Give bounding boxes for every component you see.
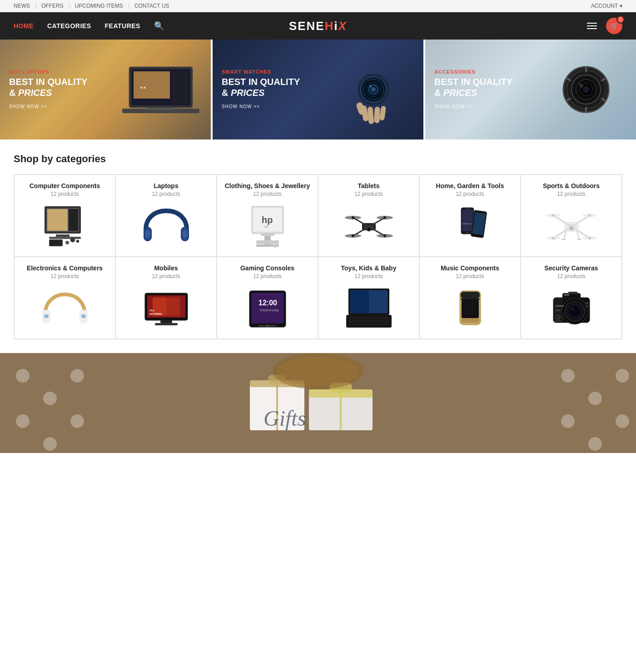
svg-point-81 xyxy=(467,232,468,234)
svg-line-101 xyxy=(564,231,566,239)
svg-point-145 xyxy=(467,302,467,303)
category-computer-components[interactable]: Computer Components 12 products xyxy=(14,174,115,257)
svg-rect-172 xyxy=(568,292,577,294)
hero-image-watches xyxy=(328,53,419,126)
svg-rect-138 xyxy=(348,324,389,325)
svg-rect-38 xyxy=(69,209,78,231)
svg-point-162 xyxy=(472,310,473,311)
nav-offers[interactable]: OFFERS xyxy=(36,3,70,9)
svg-rect-6 xyxy=(147,108,174,110)
category-count: 12 products xyxy=(253,273,282,279)
category-security[interactable]: Security Cameras 12 products xyxy=(521,257,622,339)
category-electronics[interactable]: Electronics & Computers 12 products xyxy=(14,257,115,339)
hero-image-laptops: ■ ■ xyxy=(115,53,206,126)
category-image xyxy=(342,284,396,334)
svg-rect-18 xyxy=(374,107,380,123)
category-clothing[interactable]: Clothing, Shoes & Jewellery 12 products … xyxy=(217,174,318,257)
svg-line-88 xyxy=(571,215,590,227)
nav-contact[interactable]: CONTACT US xyxy=(129,3,175,9)
svg-point-197 xyxy=(561,414,575,428)
nav-news[interactable]: NEWS xyxy=(14,3,36,9)
svg-text:Wednesday: Wednesday xyxy=(260,308,279,312)
nav-upcoming[interactable]: UPCOMING ITEMS xyxy=(70,3,129,9)
section-title: Shop by categories xyxy=(14,153,622,165)
svg-point-149 xyxy=(464,305,465,306)
category-count: 12 products xyxy=(50,273,79,279)
category-gaming[interactable]: Gaming Consoles 12 products 12:00 Wednes… xyxy=(217,257,318,339)
svg-point-75 xyxy=(383,234,386,237)
hero-banner-laptops[interactable]: BUY LAPTOPS BEST IN QUALITY& prices SHOW… xyxy=(0,40,213,139)
category-image xyxy=(139,202,194,252)
category-laptops[interactable]: Laptops 12 products xyxy=(115,174,217,257)
svg-rect-50 xyxy=(145,230,150,238)
svg-rect-142 xyxy=(461,299,480,300)
category-home-garden[interactable]: Home, Garden & Tools 12 products SAMSUNG xyxy=(419,174,521,257)
svg-point-152 xyxy=(472,305,473,306)
account-menu[interactable]: ACCOUNT ▾ xyxy=(591,3,622,9)
category-tablets[interactable]: Tablets 12 products xyxy=(318,174,419,257)
category-image xyxy=(38,284,92,334)
svg-point-77 xyxy=(368,228,370,230)
category-name: Mobiles xyxy=(154,264,178,272)
headphones2-icon xyxy=(40,286,90,332)
svg-rect-116 xyxy=(166,298,180,316)
search-icon[interactable]: 🔍 xyxy=(154,21,164,31)
hero-title: BEST IN QUALITY& prices xyxy=(434,76,512,98)
svg-point-128 xyxy=(266,324,269,327)
svg-rect-119 xyxy=(160,320,172,323)
speaker-icon xyxy=(445,286,495,332)
nav-home[interactable]: HOME xyxy=(14,22,34,30)
hero-link[interactable]: SHOW NOW >> xyxy=(9,104,47,109)
category-toys[interactable]: Toys, Kids & Baby 12 products xyxy=(318,257,419,339)
svg-point-189 xyxy=(16,369,30,383)
svg-point-148 xyxy=(475,302,476,303)
svg-text:Canon: Canon xyxy=(556,304,564,307)
svg-point-92 xyxy=(552,214,555,217)
headphones-icon xyxy=(141,204,191,249)
categories-section: Shop by categories Computer Components 1… xyxy=(0,139,636,353)
hero-image-accessories xyxy=(541,53,631,126)
category-name: Gaming Consoles xyxy=(240,264,294,272)
category-mobiles[interactable]: Mobiles 12 products ALL NOTHING xyxy=(115,257,217,339)
category-sports[interactable]: Sports & Outdoors 12 products xyxy=(521,174,622,257)
category-count: 12 products xyxy=(456,191,484,197)
svg-rect-40 xyxy=(49,237,81,239)
hamburger-menu[interactable] xyxy=(587,23,597,29)
svg-rect-136 xyxy=(348,319,389,321)
nav-categories[interactable]: CATEGORIES xyxy=(47,22,91,30)
category-count: 12 products xyxy=(557,273,586,279)
svg-point-100 xyxy=(570,227,573,229)
category-name: Computer Components xyxy=(30,182,100,190)
svg-rect-3 xyxy=(172,71,188,103)
category-count: 12 products xyxy=(456,273,484,279)
nav-features[interactable]: FEATURES xyxy=(105,22,140,30)
main-nav: HOME CATEGORIES FEATURES 🔍 SENEHiX 🛒 0 xyxy=(0,12,636,40)
hero-link[interactable]: SHOW NOW >> xyxy=(222,104,260,109)
hero-link[interactable]: SHOW NOW >> xyxy=(434,104,472,109)
hero-banner-accessories[interactable]: ACCESSORIES BEST IN QUALITY& prices SHOW… xyxy=(425,40,636,139)
svg-point-28 xyxy=(579,83,581,85)
svg-point-154 xyxy=(464,308,465,309)
svg-point-200 xyxy=(616,414,629,428)
svg-point-196 xyxy=(588,392,602,405)
cart-button[interactable]: 🛒 0 xyxy=(606,18,622,34)
hero-banner-watches[interactable]: SMART WATCHES BEST IN QUALITY& prices SH… xyxy=(213,40,425,139)
hero-category-label: BUY LAPTOPS xyxy=(9,69,87,75)
nav-left: HOME CATEGORIES FEATURES 🔍 xyxy=(14,21,164,31)
svg-point-14 xyxy=(371,87,376,92)
svg-point-156 xyxy=(469,308,470,309)
svg-point-146 xyxy=(469,302,470,303)
svg-point-147 xyxy=(472,302,473,303)
svg-point-193 xyxy=(70,369,84,383)
svg-point-159 xyxy=(464,310,465,311)
site-logo[interactable]: SENEHiX xyxy=(289,19,347,33)
svg-rect-120 xyxy=(155,323,178,325)
svg-rect-39 xyxy=(56,234,70,237)
watch-icon xyxy=(337,53,410,126)
category-music[interactable]: Music Components 12 products xyxy=(419,257,521,339)
category-count: 12 products xyxy=(152,191,180,197)
svg-point-184 xyxy=(556,316,559,319)
svg-point-164 xyxy=(464,313,465,314)
svg-text:18: 18 xyxy=(264,224,268,229)
svg-point-144 xyxy=(464,302,465,303)
